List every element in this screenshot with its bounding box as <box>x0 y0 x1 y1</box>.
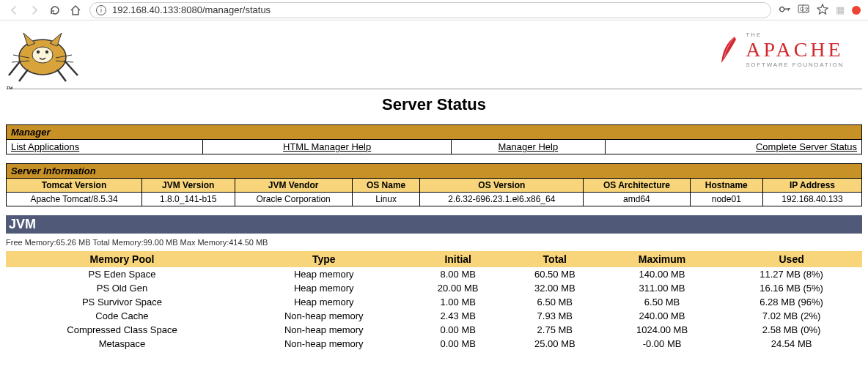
val-ip: 192.168.40.133 <box>762 193 861 206</box>
val-hostname: node01 <box>690 193 762 206</box>
mem-cell: 60.50 MB <box>507 267 603 281</box>
page-title: Server Status <box>6 95 862 114</box>
mem-cell: 16.16 MB (5%) <box>721 281 862 295</box>
bookmark-star-icon[interactable] <box>817 3 828 17</box>
extension-icon[interactable]: ▦ <box>836 4 845 15</box>
reload-button[interactable] <box>48 4 62 17</box>
svg-point-8 <box>45 51 48 53</box>
mem-cell: 32.00 MB <box>507 281 603 295</box>
mem-cell: Non-heap memory <box>238 337 410 351</box>
col-ip: IP Address <box>762 179 861 193</box>
link-html-manager-help[interactable]: HTML Manager Help <box>283 141 371 152</box>
browser-toolbar: i 192.168.40.133:8080/manager/status G文 … <box>0 0 868 20</box>
mem-cell: 6.50 MB <box>603 295 721 309</box>
mem-cell: 2.75 MB <box>507 323 603 337</box>
svg-point-6 <box>32 47 53 63</box>
mem-col-3: Total <box>507 251 603 267</box>
link-list-applications[interactable]: List Applications <box>11 141 79 152</box>
mem-cell: 140.00 MB <box>603 267 721 281</box>
trademark-text: ™ <box>6 85 13 93</box>
mem-row: PS Eden SpaceHeap memory8.00 MB60.50 MB1… <box>6 267 862 281</box>
mem-row: MetaspaceNon-heap memory0.00 MB25.00 MB-… <box>6 337 862 351</box>
apache-logo: THE APACHE SOFTWARE FOUNDATION <box>718 24 862 68</box>
mem-col-4: Maximum <box>603 251 721 267</box>
mem-row: Compressed Class SpaceNon-heap memory0.0… <box>6 323 862 337</box>
feather-icon <box>718 35 739 64</box>
svg-text:G: G <box>800 7 803 12</box>
mem-cell: 20.00 MB <box>410 281 507 295</box>
page-header: ™ THE APACHE SOFTWARE FOUNDATION <box>6 24 862 89</box>
link-complete-server-status[interactable]: Complete Server Status <box>756 141 857 152</box>
val-jvm-vendor: Oracle Corporation <box>235 193 352 206</box>
val-os-arch: amd64 <box>584 193 690 206</box>
val-jvm-version: 1.8.0_141-b15 <box>142 193 235 206</box>
memory-pool-table: Memory PoolTypeInitialTotalMaximumUsed P… <box>6 251 862 351</box>
mem-col-5: Used <box>721 251 862 267</box>
mem-cell: 2.58 MB (0%) <box>721 323 862 337</box>
mem-row: PS Old GenHeap memory20.00 MB32.00 MB311… <box>6 281 862 295</box>
mem-cell: 1024.00 MB <box>603 323 721 337</box>
col-os-version: OS Version <box>420 179 584 193</box>
manager-header: Manager <box>7 125 862 140</box>
mem-cell: 6.50 MB <box>507 295 603 309</box>
col-hostname: Hostname <box>690 179 762 193</box>
mem-cell: 2.43 MB <box>410 309 507 323</box>
server-info-header: Server Information <box>7 164 862 179</box>
password-key-icon[interactable] <box>776 1 793 19</box>
address-bar[interactable]: i 192.168.40.133:8080/manager/status <box>89 2 771 18</box>
mem-cell: 0.00 MB <box>410 337 507 351</box>
col-tomcat-version: Tomcat Version <box>7 179 142 193</box>
mem-cell: 11.27 MB (8%) <box>721 267 862 281</box>
mem-cell: 7.93 MB <box>507 309 603 323</box>
mem-col-1: Type <box>238 251 410 267</box>
url-text: 192.168.40.133:8080/manager/status <box>112 4 765 15</box>
mem-cell: Compressed Class Space <box>6 323 238 337</box>
manager-section: Manager List Applications HTML Manager H… <box>6 124 862 154</box>
home-button[interactable] <box>69 4 82 17</box>
mem-cell: PS Survivor Space <box>6 295 238 309</box>
col-os-arch: OS Architecture <box>584 179 690 193</box>
mem-cell: Metaspace <box>6 337 238 351</box>
col-os-name: OS Name <box>352 179 420 193</box>
mem-cell: Heap memory <box>238 267 410 281</box>
mem-cell: Code Cache <box>6 309 238 323</box>
apache-the: THE <box>746 31 844 38</box>
mem-cell: 240.00 MB <box>603 309 721 323</box>
back-button[interactable] <box>7 4 21 17</box>
record-icon[interactable] <box>852 6 861 15</box>
site-info-icon[interactable]: i <box>96 5 106 15</box>
jvm-section-header: JVM <box>6 215 862 234</box>
svg-text:文: 文 <box>804 7 809 12</box>
mem-cell: 24.54 MB <box>721 337 862 351</box>
server-info-row: Apache Tomcat/8.5.34 1.8.0_141-b15 Oracl… <box>7 193 862 206</box>
mem-col-2: Initial <box>410 251 507 267</box>
mem-row: Code CacheNon-heap memory2.43 MB7.93 MB2… <box>6 309 862 323</box>
tomcat-logo: ™ <box>6 24 87 83</box>
mem-cell: Non-heap memory <box>238 309 410 323</box>
mem-cell: 25.00 MB <box>507 337 603 351</box>
mem-cell: Heap memory <box>238 281 410 295</box>
mem-cell: 0.00 MB <box>410 323 507 337</box>
mem-cell: Heap memory <box>238 295 410 309</box>
mem-cell: 1.00 MB <box>410 295 507 309</box>
memory-summary: Free Memory:65.26 MB Total Memory:99.00 … <box>6 234 862 251</box>
mem-cell: 8.00 MB <box>410 267 507 281</box>
svg-point-7 <box>37 51 40 53</box>
mem-col-0: Memory Pool <box>6 251 238 267</box>
mem-cell: PS Old Gen <box>6 281 238 295</box>
translate-icon[interactable]: G文 <box>798 3 809 17</box>
val-tomcat-version: Apache Tomcat/8.5.34 <box>7 193 142 206</box>
col-jvm-version: JVM Version <box>142 179 235 193</box>
mem-cell: 6.28 MB (96%) <box>721 295 862 309</box>
col-jvm-vendor: JVM Vendor <box>235 179 352 193</box>
mem-cell: PS Eden Space <box>6 267 238 281</box>
mem-cell: -0.00 MB <box>603 337 721 351</box>
forward-button[interactable] <box>28 4 41 17</box>
mem-row: PS Survivor SpaceHeap memory1.00 MB6.50 … <box>6 295 862 309</box>
val-os-name: Linux <box>352 193 420 206</box>
val-os-version: 2.6.32-696.23.1.el6.x86_64 <box>420 193 584 206</box>
server-info-section: Server Information Tomcat Version JVM Ve… <box>6 163 862 206</box>
mem-cell: 7.02 MB (2%) <box>721 309 862 323</box>
link-manager-help[interactable]: Manager Help <box>499 141 559 152</box>
mem-cell: 311.00 MB <box>603 281 721 295</box>
